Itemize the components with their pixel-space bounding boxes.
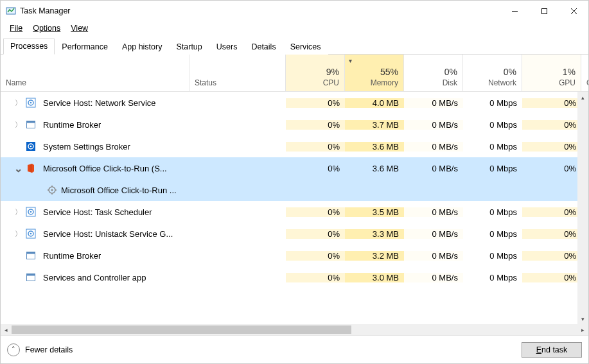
- end-task-button[interactable]: End task: [522, 342, 582, 358]
- process-name: Microsoft Office Click-to-Run ...: [38, 185, 189, 195]
- expand-toggle[interactable]: 〉: [12, 120, 24, 130]
- process-gpu: 0%: [522, 120, 581, 130]
- gear-solid-icon: [24, 141, 38, 152]
- process-row[interactable]: 〉Service Host: Task Scheduler0%3.5 MB0 M…: [1, 201, 588, 223]
- tab-processes[interactable]: Processes: [3, 39, 55, 55]
- svg-rect-28: [27, 274, 35, 276]
- scroll-up-icon[interactable]: ▴: [577, 92, 588, 103]
- process-child-row[interactable]: Microsoft Office Click-to-Run ...: [1, 179, 588, 201]
- column-cpu[interactable]: 9% CPU: [286, 55, 345, 91]
- process-net: 0 Mbps: [463, 207, 522, 217]
- process-disk: 0 MB/s: [404, 98, 463, 108]
- process-name: Runtime Broker: [38, 120, 189, 130]
- process-net: 0 Mbps: [463, 120, 522, 130]
- chevron-down-icon: ⌄: [14, 162, 22, 175]
- process-gpu: 0%: [522, 98, 581, 108]
- chevron-right-icon: 〉: [15, 120, 22, 130]
- process-row[interactable]: ⌄Microsoft Office Click-to-Run (S...0%3.…: [1, 157, 588, 179]
- process-row[interactable]: Runtime Broker0%3.2 MB0 MB/s0 Mbps0%: [1, 245, 588, 266]
- tab-services[interactable]: Services: [283, 39, 328, 55]
- svg-point-24: [30, 233, 32, 235]
- process-cpu: 0%: [286, 98, 345, 108]
- gear-blue-icon: [24, 229, 38, 239]
- tab-app-history[interactable]: App history: [115, 39, 170, 55]
- process-name: System Settings Broker: [38, 142, 189, 152]
- app-icon: [6, 6, 16, 16]
- column-memory[interactable]: ▾ 55% Memory: [345, 55, 404, 91]
- horizontal-scrollbar[interactable]: ◂ ▸: [1, 324, 588, 335]
- process-row[interactable]: 〉Service Host: Unistack Service G...0%3.…: [1, 223, 588, 245]
- process-mem: 3.0 MB: [345, 273, 404, 282]
- menu-view[interactable]: View: [66, 22, 93, 34]
- tab-users[interactable]: Users: [209, 39, 245, 55]
- tabbar: ProcessesPerformanceApp historyStartupUs…: [1, 35, 588, 55]
- column-extra[interactable]: GI: [581, 55, 588, 91]
- close-button[interactable]: [559, 1, 588, 21]
- column-gpu[interactable]: 1% GPU: [522, 55, 581, 91]
- office-icon: [24, 163, 38, 173]
- menubar: File Options View: [1, 21, 588, 35]
- process-cpu: 0%: [286, 251, 345, 261]
- scroll-left-icon[interactable]: ◂: [1, 324, 12, 335]
- process-mem: 3.6 MB: [345, 142, 404, 152]
- process-net: 0 Mbps: [463, 229, 522, 239]
- collapse-toggle[interactable]: ⌄: [12, 162, 24, 175]
- svg-point-21: [30, 211, 32, 213]
- window-icon: [24, 272, 38, 282]
- process-row[interactable]: 〉Runtime Broker0%3.7 MB0 MB/s0 Mbps0%: [1, 114, 588, 135]
- process-net: 0 Mbps: [463, 273, 522, 282]
- process-net: 0 Mbps: [463, 98, 522, 108]
- expand-toggle[interactable]: 〉: [12, 229, 24, 239]
- process-mem: 3.6 MB: [345, 164, 404, 173]
- process-disk: 0 MB/s: [404, 164, 463, 173]
- process-gpu: 0%: [522, 164, 581, 173]
- process-net: 0 Mbps: [463, 164, 522, 173]
- process-row[interactable]: System Settings Broker0%3.6 MB0 MB/s0 Mb…: [1, 135, 588, 157]
- process-gpu: 0%: [522, 273, 581, 282]
- process-mem: 3.5 MB: [345, 207, 404, 217]
- process-net: 0 Mbps: [463, 142, 522, 152]
- process-cpu: 0%: [286, 142, 345, 152]
- process-disk: 0 MB/s: [404, 229, 463, 239]
- svg-point-12: [30, 146, 32, 148]
- process-name: Microsoft Office Click-to-Run (S...: [38, 164, 189, 173]
- process-gpu: 0%: [522, 142, 581, 152]
- process-row[interactable]: 〉Service Host: Network Service0%4.0 MB0 …: [1, 92, 588, 114]
- column-name[interactable]: Name: [1, 55, 189, 91]
- column-status[interactable]: Status: [189, 55, 286, 91]
- process-disk: 0 MB/s: [404, 273, 463, 282]
- minimize-button[interactable]: [500, 1, 529, 21]
- scroll-right-icon[interactable]: ▸: [577, 324, 588, 335]
- hscroll-thumb[interactable]: [12, 325, 351, 334]
- fewer-details-button[interactable]: ˄ Fewer details: [7, 343, 73, 356]
- svg-rect-2: [541, 8, 547, 13]
- chevron-right-icon: 〉: [15, 229, 22, 239]
- sort-descending-icon: ▾: [349, 57, 352, 64]
- tab-performance[interactable]: Performance: [55, 39, 115, 55]
- maximize-button[interactable]: [529, 1, 559, 21]
- column-disk[interactable]: 0% Disk: [404, 55, 463, 91]
- chevron-up-circle-icon: ˄: [7, 343, 20, 356]
- process-cpu: 0%: [286, 229, 345, 239]
- process-disk: 0 MB/s: [404, 120, 463, 130]
- svg-rect-9: [27, 121, 35, 123]
- vertical-scrollbar[interactable]: ▴ ▾: [577, 92, 588, 324]
- process-name: Service Host: Unistack Service G...: [38, 229, 189, 239]
- process-disk: 0 MB/s: [404, 251, 463, 261]
- process-rows: 〉Service Host: Network Service0%4.0 MB0 …: [1, 92, 588, 324]
- tab-details[interactable]: Details: [244, 39, 283, 55]
- menu-options[interactable]: Options: [28, 22, 66, 34]
- gear-blue-icon: [24, 98, 38, 108]
- column-headers: Name Status 9% CPU ▾ 55% Memory 0% Disk …: [1, 55, 588, 92]
- menu-file[interactable]: File: [4, 22, 28, 34]
- scroll-down-icon[interactable]: ▾: [577, 313, 588, 324]
- process-mem: 3.3 MB: [345, 229, 404, 239]
- tab-startup[interactable]: Startup: [169, 39, 209, 55]
- svg-point-7: [30, 102, 32, 104]
- expand-toggle[interactable]: 〉: [12, 98, 24, 108]
- task-manager-window: Task Manager File Options View Processes…: [0, 0, 589, 364]
- process-cpu: 0%: [286, 120, 345, 130]
- process-row[interactable]: Services and Controller app0%3.0 MB0 MB/…: [1, 266, 588, 288]
- column-network[interactable]: 0% Network: [463, 55, 522, 91]
- expand-toggle[interactable]: 〉: [12, 207, 24, 217]
